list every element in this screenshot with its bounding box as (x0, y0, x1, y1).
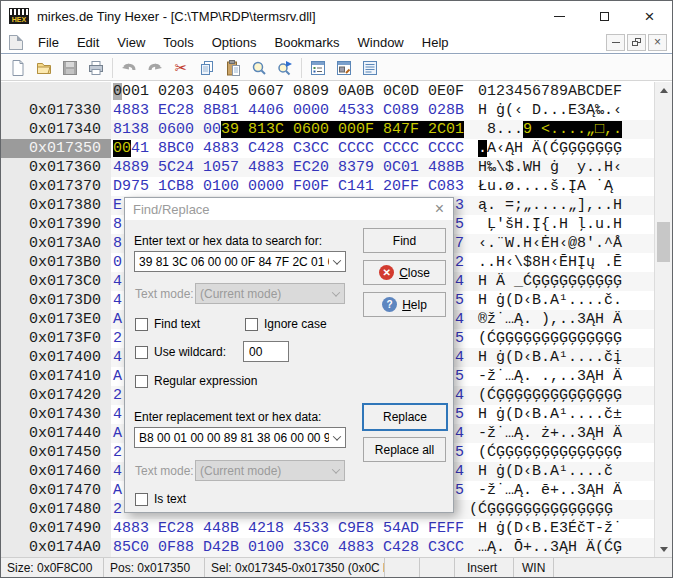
menu-help[interactable]: Help (413, 33, 458, 52)
close-dialog-button[interactable]: ✕ Close (363, 260, 446, 285)
menu-options[interactable]: Options (203, 33, 266, 52)
text-caret: . (478, 140, 487, 157)
row-text-chars[interactable]: ®ž˙…Ą. ),..3ĄH Ä (478, 310, 622, 329)
row-hex-bytes[interactable]: 85C0 0F88 D42B 0100 33C0 4883 C428 C3CC (113, 538, 464, 557)
structure-panel-icon[interactable] (305, 56, 331, 80)
row-text-chars[interactable]: Łu.ø....š.ĮA ˙Ą (478, 177, 622, 196)
menu-file[interactable]: File (29, 33, 68, 52)
row-text-chars[interactable]: (ĆĢĢĢĢĢĢĢĢĢĢĢĢĢĢ (469, 500, 613, 519)
use-wildcard-checkbox[interactable]: Use wildcard: (135, 345, 226, 359)
row-text-chars[interactable]: -ž˙…Ą. ż+..3ĄH Ä (478, 424, 622, 443)
dialog-title-bar[interactable]: Find/Replace × (125, 198, 453, 220)
mdi-restore-button[interactable] (627, 34, 646, 51)
checkbox-box[interactable] (135, 318, 148, 331)
replace-button[interactable]: Replace (362, 403, 448, 431)
hex-row[interactable]: 0x0174904883 EC28 448B 4218 4533 C9E8 54… (1, 519, 654, 538)
redo-icon[interactable] (142, 56, 168, 80)
replace-all-button[interactable]: Replace all (363, 437, 446, 462)
hex-row[interactable]: 0x0173408138 0600 0039 813C 0600 000F 84… (1, 120, 654, 139)
regex-checkbox[interactable]: Regular expression (135, 374, 257, 388)
menu-edit[interactable]: Edit (68, 33, 108, 52)
close-button[interactable]: × (627, 1, 672, 31)
row-address: 0x017410 (1, 367, 111, 386)
menu-view[interactable]: View (108, 33, 154, 52)
row-text-chars[interactable]: H ġ(D‹B.A¹....č± (478, 405, 622, 424)
disk-panel-icon[interactable] (331, 56, 357, 80)
undo-icon[interactable] (116, 56, 142, 80)
checkbox-box[interactable] (135, 346, 148, 359)
hex-row[interactable]: 0x0173604889 5C24 1057 4883 EC20 8379 0C… (1, 158, 654, 177)
row-text-chars[interactable]: (ĆĢĢĢĢĢĢĢĢĢĢĢĢĢĢ (478, 329, 622, 348)
ignore-case-checkbox[interactable]: Ignore case (245, 317, 327, 331)
row-text-chars[interactable]: H ġ(D‹B.A¹....č. (478, 291, 622, 310)
text-panel-icon[interactable] (357, 56, 383, 80)
row-hex-bytes[interactable]: 0041 8BC0 4883 C428 C3CC CCCC CCCC CCCC (113, 139, 464, 158)
find-replace-dialog: Find/Replace × Enter text or hex data to… (124, 197, 454, 513)
minimize-button[interactable] (537, 1, 582, 31)
hex-row[interactable]: 0x0173304883 EC28 8B81 4406 0000 4533 C0… (1, 101, 654, 120)
row-text-chars[interactable]: -ž˙…Ą. .,..3ĄH Ä (478, 367, 622, 386)
mdi-system-icon[interactable] (9, 35, 23, 50)
open-folder-icon[interactable] (31, 56, 57, 80)
row-address: 0x0173D0 (1, 291, 111, 310)
row-text-chars[interactable]: 8...9 <....„□,. (478, 120, 622, 139)
hex-row[interactable]: 0x0173500041 8BC0 4883 C428 C3CC CCCC CC… (1, 139, 654, 158)
is-text-checkbox[interactable]: Is text (135, 492, 186, 506)
maximize-button[interactable] (582, 1, 627, 31)
save-icon[interactable] (57, 56, 83, 80)
chevron-down-icon[interactable] (329, 435, 345, 441)
row-address: 0x0173F0 (1, 329, 111, 348)
row-text-chars[interactable]: ‹.¨W.H‹ĖH‹@8'.^Å (478, 234, 622, 253)
row-text-chars[interactable]: (ĆĢĢĢĢĢĢĢĢĢĢĢĢĢĢ (478, 386, 622, 405)
row-text-chars[interactable]: -ž˙…Ą. ē+..3ĄH Ä (478, 481, 622, 500)
row-text-chars[interactable]: H ġ(D‹B.A¹....čį (478, 348, 622, 367)
row-hex-bytes[interactable]: D975 1CB8 0100 0000 F00F C141 20FF C083 (113, 177, 464, 196)
hex-row[interactable]: 0x0174A085C0 0F88 D42B 0100 33C0 4883 C4… (1, 538, 654, 557)
row-text-chars[interactable]: H‰\$.WH ġ y..H‹ (478, 158, 622, 177)
row-hex-bytes[interactable]: 4883 EC28 8B81 4406 0000 4533 C089 028B (113, 101, 464, 120)
paste-icon[interactable] (220, 56, 246, 80)
mdi-minimize-button[interactable] (606, 34, 625, 51)
row-text-chars[interactable]: H ġ(‹ D...E3Ą‰.‹ (478, 101, 622, 120)
row-hex-bytes[interactable]: 4889 5C24 1057 4883 EC20 8379 0C01 488B (113, 158, 464, 177)
scroll-up-button[interactable] (655, 82, 672, 98)
row-hex-bytes[interactable]: 4883 EC28 448B 4218 4533 C9E8 54AD FEFF (113, 519, 464, 538)
menu-bookmarks[interactable]: Bookmarks (265, 33, 348, 52)
row-text-chars[interactable]: ą. =;„....„],..H (478, 196, 622, 215)
row-text-chars[interactable]: ..H‹\$8H‹ĒHĮų .Ē (478, 253, 622, 272)
hex-row[interactable]: 0x017370D975 1CB8 0100 0000 F00F C141 20… (1, 177, 654, 196)
replace-combobox[interactable]: B8 00 01 00 00 89 81 38 06 00 00 90 (134, 427, 346, 448)
row-text-chars[interactable]: Ļ'šH.Į{.H ļ.u.H (478, 215, 622, 234)
find-text-checkbox[interactable]: Find text (135, 317, 200, 331)
print-icon[interactable] (83, 56, 109, 80)
scroll-down-button[interactable] (655, 541, 672, 557)
find-icon[interactable] (246, 56, 272, 80)
wildcard-input[interactable]: 00 (243, 341, 289, 362)
new-file-icon[interactable] (5, 56, 31, 80)
row-text-chars[interactable]: H ġ(D‹B.A¹....č (478, 462, 622, 481)
goto-icon[interactable] (272, 56, 298, 80)
dialog-close-icon[interactable]: × (435, 201, 444, 217)
row-text-chars[interactable]: (ĆĢĢĢĢĢĢĢĢĢĢĢĢĢĢ (478, 443, 622, 462)
vertical-scrollbar[interactable] (654, 82, 672, 557)
menu-window[interactable]: Window (349, 33, 413, 52)
row-hex-bytes[interactable]: 8138 0600 0039 813C 0600 000F 847F 2C01 (113, 120, 464, 139)
checkbox-box[interactable] (135, 493, 148, 506)
scrollbar-thumb[interactable] (657, 222, 670, 262)
row-text-chars[interactable]: H ġ(D‹B.E3ÉčT-ž˙ (478, 519, 622, 538)
help-button[interactable]: ? Help (363, 292, 446, 317)
cut-icon[interactable]: ✂ (168, 56, 194, 80)
copy-icon[interactable] (194, 56, 220, 80)
find-button[interactable]: Find (363, 228, 446, 253)
row-text-chars[interactable]: H Ä _ĆĢĢĢĢĢĢĢĢĢĢ (478, 272, 622, 291)
menu-tools[interactable]: Tools (154, 33, 202, 52)
row-text-chars[interactable]: …Ą. Ō+..3ĄH Ä(ĆĢ (478, 538, 622, 557)
row-address: 0x017490 (1, 519, 111, 538)
checkbox-box[interactable] (245, 318, 258, 331)
chevron-down-icon[interactable] (329, 259, 345, 265)
row-text-chars[interactable]: .A‹ĄH Ä(ĆĢĢĢĢĢĢĢ (478, 139, 622, 158)
search-combobox[interactable]: 39 81 3C 06 00 00 0F 84 7F 2C 01 00 (134, 251, 346, 272)
checkbox-box[interactable] (135, 375, 148, 388)
chevron-down-icon (328, 291, 344, 297)
mdi-close-button[interactable]: × (648, 34, 667, 51)
